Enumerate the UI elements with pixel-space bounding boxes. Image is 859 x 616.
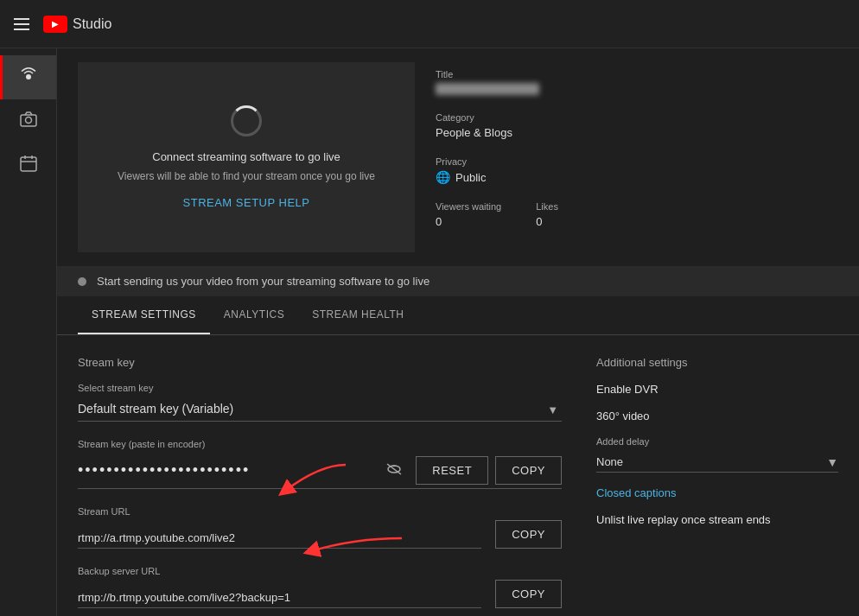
menu-button[interactable] [14,18,29,30]
tab-bar: STREAM SETTINGS ANALYTICS STREAM HEALTH [57,296,859,335]
settings-left: Stream key Select stream key Default str… [78,356,562,616]
viewers-value: 0 [436,215,501,228]
reset-button[interactable]: RESET [416,456,488,485]
backup-url-wrap: rtmp://b.rtmp.youtube.com/live2?backup=1 [78,591,481,608]
eye-slash-icon[interactable] [386,463,402,479]
delay-dropdown-arrow: ▼ [826,455,838,469]
viewers-label: Viewers waiting [436,201,501,212]
enable-dvr-label: Enable DVR [596,383,838,396]
backup-url-field: Backup server URL rtmp://b.rtmp.youtube.… [78,566,562,608]
category-value: People & Blogs [436,126,838,139]
select-stream-key-field: Select stream key Default stream key (Va… [78,383,562,422]
copy-backup-button[interactable]: COPY [495,580,562,608]
stream-url-value: rtmp://a.rtmp.youtube.com/live2 [78,531,481,544]
privacy-field: Privacy 🌐 Public [436,156,838,184]
main-content: Connect streaming software to go live Vi… [57,48,859,616]
unlist-replay-label: Unlist live replay once stream ends [596,513,838,526]
sidebar [0,48,57,616]
360-video-label: 360° video [596,410,838,422]
added-delay-label: Added delay [596,436,838,447]
sidebar-item-photos[interactable] [0,99,56,143]
top-nav: Studio [0,0,859,48]
backup-url-label: Backup server URL [78,566,562,576]
globe-icon: 🌐 [436,170,450,184]
delay-value: None [596,452,623,472]
status-bar: Start sending us your video from your st… [57,266,859,296]
sidebar-item-live[interactable] [0,55,56,99]
unlist-replay-row: Unlist live replay once stream ends [596,513,838,526]
likes-label: Likes [536,201,558,212]
privacy-value: Public [455,171,486,184]
additional-title: Additional settings [596,356,838,369]
stream-key-section-title: Stream key [78,356,562,369]
preview-main-text: Connect streaming software to go live [152,150,340,163]
camera-icon [19,110,38,133]
preview-sub-text: Viewers will be able to find your stream… [118,170,375,182]
title-label: Title [436,69,838,79]
stream-url-wrap: rtmp://a.rtmp.youtube.com/live2 [78,531,481,549]
loading-spinner [231,105,262,137]
closed-captions-row: Closed captions [596,486,838,499]
stream-setup-link[interactable]: STREAM SETUP HELP [183,196,310,209]
delay-select-row[interactable]: None ▼ [596,452,838,473]
sidebar-item-calendar[interactable] [0,143,56,187]
copy-key-button[interactable]: COPY [495,456,562,485]
copy-url-button[interactable]: COPY [495,520,562,549]
tab-stream-health[interactable]: STREAM HEALTH [298,296,417,334]
stream-top-area: Connect streaming software to go live Vi… [57,48,859,266]
stream-url-field: Stream URL rtmp://a.rtmp.youtube.com/liv… [78,506,562,549]
privacy-label: Privacy [436,156,838,167]
status-dot [78,277,86,286]
live-icon [19,66,38,89]
stream-key-select[interactable]: Default stream key (Variable) [78,397,562,422]
backup-url-value: rtmp://b.rtmp.youtube.com/live2?backup=1 [78,591,481,604]
select-key-wrapper: Default stream key (Variable) ▼ [78,397,562,422]
stream-url-label: Stream URL [78,506,562,517]
youtube-logo: Studio [43,16,111,33]
title-field: Title [436,69,838,95]
category-field: Category People & Blogs [436,112,838,139]
enable-dvr-row: Enable DVR [596,383,838,396]
stream-key-input-field: Stream key (paste in encoder) ••••••••••… [78,439,562,489]
backup-url-row: rtmp://b.rtmp.youtube.com/live2?backup=1… [78,580,562,608]
calendar-icon [19,154,38,177]
likes-value: 0 [536,215,558,228]
settings-content: Stream key Select stream key Default str… [57,335,859,616]
title-value-blurred [436,83,539,95]
stream-key-input-label: Stream key (paste in encoder) [78,439,562,449]
stream-preview: Connect streaming software to go live Vi… [78,62,415,252]
category-label: Category [436,112,838,123]
status-text: Start sending us your video from your st… [97,275,430,288]
likes-col: Likes 0 [536,201,558,240]
stream-key-dots: •••••••••••••••••••••••• [78,461,386,479]
privacy-value-row: 🌐 Public [436,170,838,184]
stream-key-row: •••••••••••••••••••••••• RESET COPY [78,453,562,489]
viewers-col: Viewers waiting 0 [436,201,501,240]
app-title: Studio [73,16,111,32]
stream-info-panel: Title Category People & Blogs Privacy 🌐 … [436,62,838,252]
stream-url-row: rtmp://a.rtmp.youtube.com/live2 COPY [78,520,562,549]
select-key-label: Select stream key [78,383,562,393]
360-video-row: 360° video [596,410,838,422]
youtube-icon [43,16,67,33]
additional-settings: Additional settings Enable DVR 360° vide… [596,356,838,616]
added-delay-row: Added delay None ▼ [596,436,838,473]
closed-captions-label[interactable]: Closed captions [596,486,838,499]
tab-stream-settings[interactable]: STREAM SETTINGS [78,296,210,334]
svg-point-2 [25,117,31,124]
tab-analytics[interactable]: ANALYTICS [210,296,298,334]
viewers-likes-row: Viewers waiting 0 Likes 0 [436,201,838,240]
svg-point-0 [26,74,31,79]
svg-rect-3 [21,157,36,171]
